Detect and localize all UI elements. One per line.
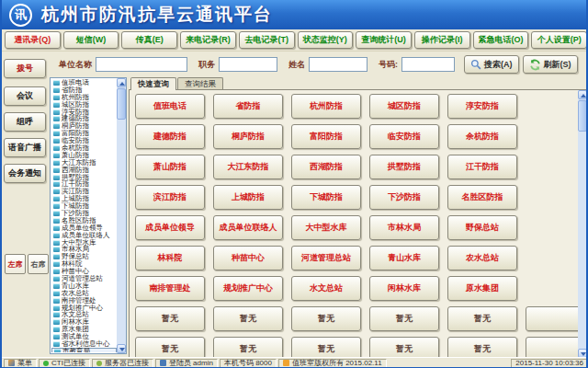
contact-group-icon (53, 189, 60, 194)
grid-row: 萧山防指大江东防指西湖防指拱墅防指江干防指 (135, 155, 574, 179)
quick-dial-button[interactable]: 富阳防指 (291, 124, 361, 149)
quick-dial-button[interactable]: 暂无 (369, 306, 439, 331)
quick-dial-button[interactable]: 下城防指 (291, 185, 361, 210)
quick-dial-button[interactable]: 桐庐防指 (213, 124, 283, 149)
quick-dial-button[interactable]: 种苗中心 (213, 246, 283, 270)
quick-dial-button[interactable]: 省防指 (213, 94, 283, 119)
quick-dial-button[interactable]: 规划推广中心 (213, 276, 283, 301)
toolbar-button[interactable]: 传真(E) (121, 31, 177, 49)
quick-dial-button[interactable]: 原水集团 (447, 276, 517, 301)
number-input[interactable] (401, 57, 455, 72)
quick-dial-button[interactable]: 林科院 (135, 246, 205, 270)
copyright-status: 值班室版权所有 2015.02.11 (278, 359, 387, 368)
contact-group-icon (53, 181, 60, 187)
quick-dial-button[interactable]: 余杭防指 (447, 124, 517, 149)
quick-dial-button[interactable]: 淳安防指 (447, 94, 517, 119)
sidebar-button[interactable]: 拨号 (4, 59, 46, 78)
quick-dial-button[interactable]: 拱墅防指 (369, 155, 439, 179)
tab-query-result[interactable]: 查询结果 (177, 77, 223, 90)
toolbar-button[interactable]: 个人设置(P) (531, 31, 587, 49)
toolbar-button[interactable]: 来电记录(R) (180, 31, 236, 49)
quick-dial-button[interactable]: 江干防指 (447, 155, 517, 179)
quick-dial-button[interactable]: 野保总站 (447, 215, 517, 240)
quick-dial-button[interactable]: 大江东防指 (213, 155, 283, 179)
cti-status-label: CTI已连接 (51, 358, 85, 368)
quick-dial-button[interactable]: 暂无 (291, 306, 361, 331)
quick-dial-button[interactable]: 暂无 (369, 337, 439, 359)
toolbar-button[interactable]: 紧急电话(O) (473, 31, 529, 49)
quick-dial-button[interactable]: 萧山防指 (135, 155, 205, 179)
quick-dial-button[interactable]: 下沙防指 (369, 185, 439, 210)
quick-dial-button[interactable]: 建德防指 (135, 124, 205, 149)
name-input[interactable] (309, 57, 368, 72)
menu-label: 菜单 (17, 358, 32, 368)
right-seat-button[interactable]: 右席 (28, 254, 49, 274)
toolbar-button[interactable]: 通讯录(Q) (5, 31, 61, 49)
quick-dial-button[interactable]: 南排管理处 (135, 276, 205, 301)
quick-dial-button[interactable]: 值班电话 (135, 94, 205, 119)
menu-icon (8, 360, 15, 366)
contact-group-icon (53, 240, 60, 246)
grid-row: 建德防指桐庐防指富阳防指临安防指余杭防指 (135, 124, 574, 149)
app-window: 讯 杭州市防汛抗旱云通讯平台 通讯录(Q)短信(W)传真(E)来电记录(R)去电… (0, 0, 588, 368)
search-button-label: 搜索(A) (484, 59, 513, 71)
quick-dial-button[interactable]: 水文总站 (291, 276, 361, 301)
tab-quick-query[interactable]: 快速查询 (130, 77, 176, 90)
duty-input[interactable] (219, 57, 277, 72)
quick-dial-button[interactable]: 暂无 (213, 337, 283, 359)
quick-dial-button[interactable]: 暂无 (213, 306, 283, 331)
quick-dial-button[interactable]: 西湖防指 (291, 155, 361, 179)
contact-group-icon (53, 341, 60, 347)
quick-dial-button[interactable]: 暂无 (447, 306, 517, 331)
panel-scrollbar[interactable] (578, 90, 587, 358)
toolbar-button[interactable]: 查询统计(U) (356, 31, 412, 49)
grid-row: 暂无暂无暂无暂无暂无 (135, 337, 574, 359)
tree-item-label: 市教育局 (62, 347, 90, 352)
app-title: 杭州市防汛抗旱云通讯平台 (41, 3, 273, 27)
tree-scrollbar[interactable] (117, 78, 126, 353)
toolbar-button[interactable]: 去电记录(T) (239, 31, 295, 49)
tree-scroll-thumb[interactable] (117, 88, 126, 120)
panel-scroll-thumb[interactable] (578, 100, 587, 132)
menu-section[interactable]: 菜单 (4, 359, 37, 368)
operator-label: 登陆员 admin (169, 358, 213, 368)
quick-dial-button[interactable]: 大中型水库 (291, 215, 361, 240)
app-logo-icon: 讯 (9, 4, 32, 27)
quick-dial-button[interactable]: 城区防指 (369, 94, 439, 119)
quick-dial-button[interactable]: 成员单位联络人 (213, 215, 283, 240)
quick-dial-button[interactable]: 成员单位领导 (135, 215, 205, 240)
quick-dial-button[interactable]: 暂无 (291, 337, 361, 359)
sidebar-button[interactable]: 会务通知 (4, 164, 46, 183)
quick-dial-button[interactable]: 名胜区防指 (447, 185, 517, 210)
contact-group-icon (53, 218, 60, 224)
quick-dial-button[interactable]: 闲林水库 (369, 276, 439, 301)
quick-dial-button[interactable]: 暂无 (447, 337, 517, 359)
panel-scroll-up-icon[interactable] (578, 90, 587, 99)
quick-dial-button[interactable]: 青山水库 (369, 246, 439, 270)
quick-dial-button[interactable]: 市林水局 (369, 215, 439, 240)
tree-scroll-up-icon[interactable] (117, 78, 126, 87)
search-button[interactable]: 搜索(A) (464, 55, 519, 74)
quick-dial-button[interactable]: 滨江防指 (135, 185, 205, 210)
sidebar-button[interactable]: 会议 (4, 86, 46, 106)
quick-dial-button[interactable]: 农水总站 (447, 246, 517, 270)
left-seat-button[interactable]: 左席 (5, 254, 26, 274)
refresh-button[interactable]: 刷新(S) (523, 55, 578, 74)
toolbar-button[interactable]: 状态监控(Y) (298, 31, 354, 49)
toolbar-button[interactable]: 操作记录(I) (414, 31, 470, 49)
unit-name-input[interactable] (96, 57, 187, 72)
quick-dial-button[interactable]: 暂无 (135, 337, 205, 359)
tree-scroll-down-icon[interactable] (117, 344, 126, 353)
quick-dial-button[interactable]: 上城防指 (213, 185, 283, 210)
contact-group-icon (53, 167, 60, 173)
contact-group-icon (53, 109, 60, 115)
operator-icon (160, 360, 166, 366)
sidebar-button[interactable]: 组呼 (4, 112, 46, 132)
search-bar: 单位名称 职务 姓名 号码: 搜索(A) 刷新(S) (50, 52, 588, 77)
quick-dial-button[interactable]: 河道管理总站 (291, 246, 361, 270)
quick-dial-button[interactable]: 临安防指 (369, 124, 439, 149)
toolbar-button[interactable]: 短信(W) (63, 31, 119, 49)
quick-dial-button[interactable]: 暂无 (135, 306, 205, 331)
sidebar-button[interactable]: 语音广播 (4, 138, 46, 157)
quick-dial-button[interactable]: 杭州防指 (291, 94, 361, 119)
